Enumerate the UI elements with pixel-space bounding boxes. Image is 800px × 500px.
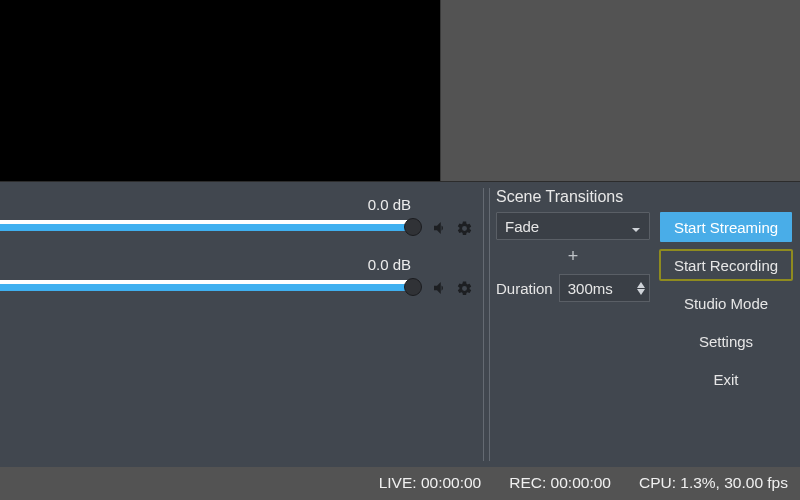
controls-panel: Start Streaming Start Recording Studio M… <box>656 182 800 467</box>
status-cpu: CPU: 1.3%, 30.00 fps <box>639 474 788 492</box>
channel-settings-icon[interactable] <box>454 218 474 238</box>
start-recording-button[interactable]: Start Recording <box>660 250 792 280</box>
add-transition-button[interactable]: + <box>496 244 650 268</box>
transition-selected-label: Fade <box>505 218 539 235</box>
program-preview[interactable] <box>0 0 441 181</box>
mute-icon[interactable] <box>430 278 450 298</box>
volume-slider-handle[interactable] <box>404 278 422 296</box>
audio-channel: 0.0 dB <box>0 256 475 312</box>
duration-label: Duration <box>496 280 553 297</box>
status-live: LIVE: 00:00:00 <box>379 474 482 492</box>
channel-settings-icon[interactable] <box>454 278 474 298</box>
scene-transitions-panel: Scene Transitions Fade + Duration 300ms <box>490 182 656 467</box>
duration-spinbox[interactable]: 300ms <box>559 274 650 302</box>
volume-slider-handle[interactable] <box>404 218 422 236</box>
studio-mode-button[interactable]: Studio Mode <box>660 288 792 318</box>
audio-db-readout: 0.0 dB <box>368 256 411 273</box>
spinbox-buttons[interactable] <box>637 282 645 295</box>
settings-button[interactable]: Settings <box>660 326 792 356</box>
mute-icon[interactable] <box>430 218 450 238</box>
audio-mixer-panel: 0.0 dB 0.0 dB <box>0 182 490 467</box>
audio-channel: 0.0 dB <box>0 196 475 252</box>
duration-row: Duration 300ms <box>496 274 650 302</box>
status-rec: REC: 00:00:00 <box>509 474 611 492</box>
audio-db-readout: 0.0 dB <box>368 196 411 213</box>
start-streaming-button[interactable]: Start Streaming <box>660 212 792 242</box>
chevron-down-icon <box>631 221 641 231</box>
docks-row: 0.0 dB 0.0 dB <box>0 181 800 467</box>
duration-value: 300ms <box>568 280 613 297</box>
plus-icon: + <box>568 246 579 267</box>
exit-button[interactable]: Exit <box>660 364 792 394</box>
mixer-scrollbar[interactable] <box>483 188 490 461</box>
status-bar: LIVE: 00:00:00 REC: 00:00:00 CPU: 1.3%, … <box>0 467 800 500</box>
transition-select[interactable]: Fade <box>496 212 650 240</box>
volume-fill <box>0 284 414 291</box>
preview-empty <box>441 0 800 181</box>
preview-area <box>0 0 800 181</box>
volume-fill <box>0 224 414 231</box>
scene-transitions-title: Scene Transitions <box>496 188 650 206</box>
